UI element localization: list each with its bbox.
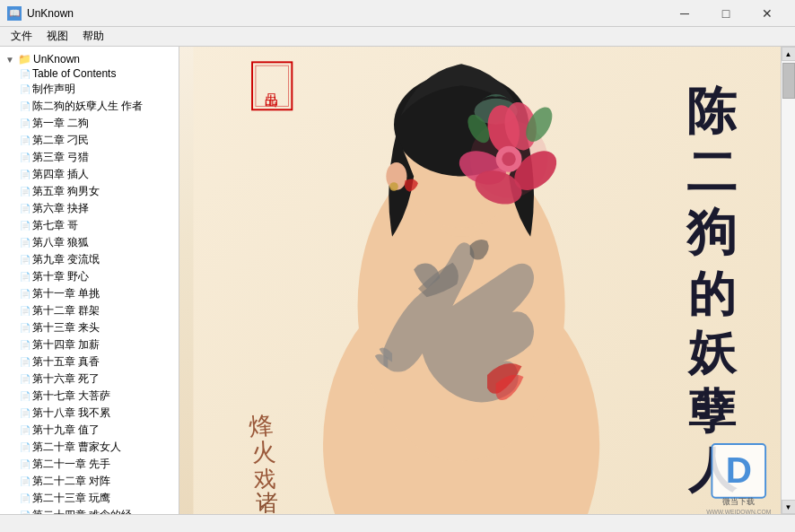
item-label: 第十九章 值了 — [32, 423, 100, 438]
list-item[interactable]: 📄 第二十一章 先手 — [18, 456, 175, 473]
item-icon: 📄 — [20, 272, 31, 282]
item-icon: 📄 — [20, 289, 31, 299]
item-label: 第十一章 单挑 — [32, 286, 100, 301]
scroll-thumb[interactable] — [782, 63, 795, 99]
item-label: 第三章 弓猎 — [32, 150, 89, 165]
item-icon: 📄 — [20, 459, 31, 469]
item-icon: 📄 — [20, 221, 31, 231]
item-icon: 📄 — [20, 170, 31, 179]
scroll-up-arrow[interactable]: ▲ — [782, 47, 796, 61]
item-icon: 📄 — [20, 84, 31, 94]
status-bar — [0, 514, 795, 532]
item-label: 陈二狗的妖孽人生 作者 — [32, 99, 143, 114]
item-icon: 📄 — [20, 357, 31, 367]
list-item[interactable]: 📄 第十一章 单挑 — [18, 285, 175, 302]
list-item[interactable]: 📄 第十四章 加薪 — [18, 336, 175, 353]
list-item[interactable]: 📄 第八章 狼狐 — [18, 234, 175, 251]
item-label: 第十七章 大菩萨 — [32, 388, 110, 404]
content-scrollbar[interactable]: ▲ ▼ — [781, 47, 795, 514]
book-cover: 烽 火 戏 诸 出品 陈 二 狗 的 妖 孽 人 — [179, 47, 795, 514]
svg-text:诸: 诸 — [256, 491, 278, 514]
svg-point-9 — [389, 182, 398, 191]
list-item[interactable]: 📄 第十七章 大菩萨 — [18, 388, 175, 405]
list-item[interactable]: 📄 第二十二章 对阵 — [18, 473, 175, 490]
list-item[interactable]: 📄 制作声明 — [18, 81, 175, 98]
menu-help[interactable]: 帮助 — [75, 27, 111, 46]
item-icon: 📄 — [20, 374, 31, 384]
item-label: 制作声明 — [32, 82, 75, 97]
main-container: ▼ 📁 UnKnown 📄 Table of Contents 📄 制作声明 📄 — [0, 47, 795, 514]
scroll-down-arrow[interactable]: ▼ — [782, 500, 796, 514]
list-item[interactable]: 📄 第二十章 曹家女人 — [18, 439, 175, 456]
item-icon: 📄 — [20, 118, 31, 128]
list-item[interactable]: 📄 第一章 二狗 — [18, 115, 175, 132]
svg-text:二: 二 — [686, 144, 737, 200]
toc-icon: 📄 — [20, 69, 31, 79]
list-item[interactable]: 📄 第十章 野心 — [18, 268, 175, 285]
item-label: 第十章 野心 — [32, 269, 89, 284]
list-item[interactable]: 📄 第十八章 我不累 — [18, 405, 175, 422]
item-icon: 📄 — [20, 493, 31, 503]
svg-text:戏: 戏 — [253, 467, 276, 492]
title-bar-left: 📖 UnKnown — [7, 6, 74, 21]
svg-text:妖: 妖 — [687, 327, 738, 379]
menu-view[interactable]: 视图 — [39, 27, 75, 46]
tree-children: 📄 Table of Contents 📄 制作声明 📄 陈二狗的妖孽人生 作者… — [4, 66, 175, 514]
list-item[interactable]: 📄 第二十四章 难念的经 — [18, 507, 175, 514]
title-bar: 📖 UnKnown ─ □ ✕ — [0, 0, 795, 27]
svg-text:烽: 烽 — [248, 412, 275, 440]
maximize-button[interactable]: □ — [705, 0, 747, 27]
list-item[interactable]: 📄 第五章 狗男女 — [18, 183, 175, 200]
toc-item[interactable]: 📄 Table of Contents — [18, 66, 175, 81]
item-icon: 📄 — [20, 425, 31, 435]
item-label: 第八章 狼狐 — [32, 235, 89, 250]
item-icon: 📄 — [20, 306, 31, 316]
list-item[interactable]: 📄 第十六章 死了 — [18, 371, 175, 388]
list-item[interactable]: 📄 第十三章 来头 — [18, 319, 175, 336]
menu-file[interactable]: 文件 — [4, 27, 39, 46]
tree-root-item[interactable]: ▼ 📁 UnKnown — [4, 52, 175, 66]
list-item[interactable]: 📄 第二十三章 玩鹰 — [18, 490, 175, 507]
tree-toggle-icon: ▼ — [5, 55, 16, 65]
item-icon: 📄 — [20, 204, 31, 214]
list-item[interactable]: 📄 第四章 插人 — [18, 166, 175, 183]
item-icon: 📄 — [20, 323, 31, 333]
list-item[interactable]: 📄 陈二狗的妖孽人生 作者 — [18, 98, 175, 115]
sidebar[interactable]: ▼ 📁 UnKnown 📄 Table of Contents 📄 制作声明 📄 — [0, 47, 179, 514]
item-label: 第四章 插人 — [32, 167, 89, 182]
content-area: 烽 火 戏 诸 出品 陈 二 狗 的 妖 孽 人 — [179, 47, 795, 514]
list-item[interactable]: 📄 第十二章 群架 — [18, 302, 175, 319]
item-icon: 📄 — [20, 187, 31, 196]
list-item[interactable]: 📄 第二章 刁民 — [18, 132, 175, 149]
item-icon: 📄 — [20, 255, 31, 265]
item-label: 第十五章 真香 — [32, 354, 100, 370]
item-label: 第二十四章 难念的经 — [32, 508, 132, 514]
list-item[interactable]: 📄 第十五章 真香 — [18, 353, 175, 371]
item-icon: 📄 — [20, 101, 31, 111]
list-item[interactable]: 📄 第六章 抉择 — [18, 200, 175, 217]
svg-text:D: D — [726, 449, 752, 491]
item-label: 第五章 狗男女 — [32, 184, 100, 199]
svg-text:火: 火 — [251, 439, 277, 467]
item-label: 第二十一章 先手 — [32, 457, 110, 472]
minimize-button[interactable]: ─ — [664, 0, 705, 27]
folder-icon: 📁 — [18, 53, 31, 65]
list-item[interactable]: 📄 第三章 弓猎 — [18, 149, 175, 166]
list-item[interactable]: 📄 第七章 哥 — [18, 217, 175, 234]
svg-text:WWW.WEIDOWN.COM: WWW.WEIDOWN.COM — [706, 509, 772, 514]
list-item[interactable]: 📄 第九章 变流氓 — [18, 251, 175, 268]
list-item[interactable]: 📄 第十九章 值了 — [18, 422, 175, 439]
item-label: 第九章 变流氓 — [32, 252, 100, 267]
cover-illustration: 烽 火 戏 诸 出品 陈 二 狗 的 妖 孽 人 — [179, 47, 795, 514]
item-label: 第二章 刁民 — [32, 133, 89, 148]
item-icon: 📄 — [20, 135, 31, 145]
item-icon: 📄 — [20, 340, 31, 350]
item-icon: 📄 — [20, 476, 31, 486]
app-icon: 📖 — [7, 6, 22, 21]
item-label: 第十八章 我不累 — [32, 406, 110, 421]
toc-label: Table of Contents — [32, 67, 116, 80]
item-label: 第六章 抉择 — [32, 201, 89, 216]
svg-point-17 — [502, 152, 515, 165]
item-icon: 📄 — [20, 408, 31, 418]
close-button[interactable]: ✕ — [747, 0, 788, 27]
